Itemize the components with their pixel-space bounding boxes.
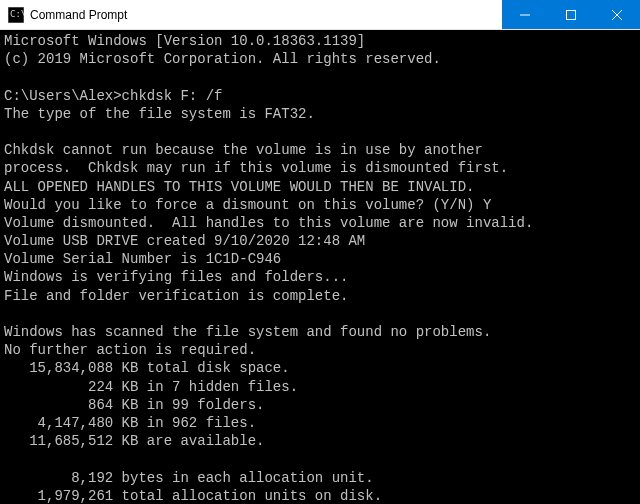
terminal-line [4, 123, 636, 141]
terminal-line: The type of the file system is FAT32. [4, 105, 636, 123]
svg-rect-4 [567, 10, 576, 19]
terminal-line: 11,685,512 KB are available. [4, 432, 636, 450]
terminal-line: process. Chkdsk may run if this volume i… [4, 159, 636, 177]
terminal-line: No further action is required. [4, 341, 636, 359]
terminal-line: Chkdsk cannot run because the volume is … [4, 141, 636, 159]
terminal-line: Volume USB DRIVE created 9/10/2020 12:48… [4, 232, 636, 250]
minimize-button[interactable] [502, 0, 548, 29]
terminal-line [4, 305, 636, 323]
terminal-line: 8,192 bytes in each allocation unit. [4, 469, 636, 487]
terminal-line [4, 450, 636, 468]
close-button[interactable] [594, 0, 640, 29]
terminal-line: 15,834,088 KB total disk space. [4, 359, 636, 377]
svg-text:C:\: C:\ [10, 9, 24, 19]
terminal-line: Windows has scanned the file system and … [4, 323, 636, 341]
terminal-body[interactable]: Microsoft Windows [Version 10.0.18363.11… [0, 30, 640, 504]
terminal-line: 4,147,480 KB in 962 files. [4, 414, 636, 432]
cmd-icon: C:\ [8, 7, 24, 23]
terminal-line: Microsoft Windows [Version 10.0.18363.11… [4, 32, 636, 50]
terminal-line: Would you like to force a dismount on th… [4, 196, 636, 214]
terminal-line [4, 68, 636, 86]
window-controls [502, 0, 640, 29]
terminal-line: 1,979,261 total allocation units on disk… [4, 487, 636, 504]
titlebar[interactable]: C:\ Command Prompt [0, 0, 640, 30]
terminal-line: Windows is verifying files and folders..… [4, 268, 636, 286]
maximize-button[interactable] [548, 0, 594, 29]
terminal-line: ALL OPENED HANDLES TO THIS VOLUME WOULD … [4, 178, 636, 196]
terminal-line: 224 KB in 7 hidden files. [4, 378, 636, 396]
terminal-line: C:\Users\Alex>chkdsk F: /f [4, 87, 636, 105]
window-title: Command Prompt [30, 8, 502, 22]
command-prompt-window: C:\ Command Prompt Microsoft Windows [Ve… [0, 0, 640, 504]
terminal-line: 864 KB in 99 folders. [4, 396, 636, 414]
terminal-line: Volume Serial Number is 1C1D-C946 [4, 250, 636, 268]
terminal-line: File and folder verification is complete… [4, 287, 636, 305]
terminal-line: (c) 2019 Microsoft Corporation. All righ… [4, 50, 636, 68]
terminal-line: Volume dismounted. All handles to this v… [4, 214, 636, 232]
